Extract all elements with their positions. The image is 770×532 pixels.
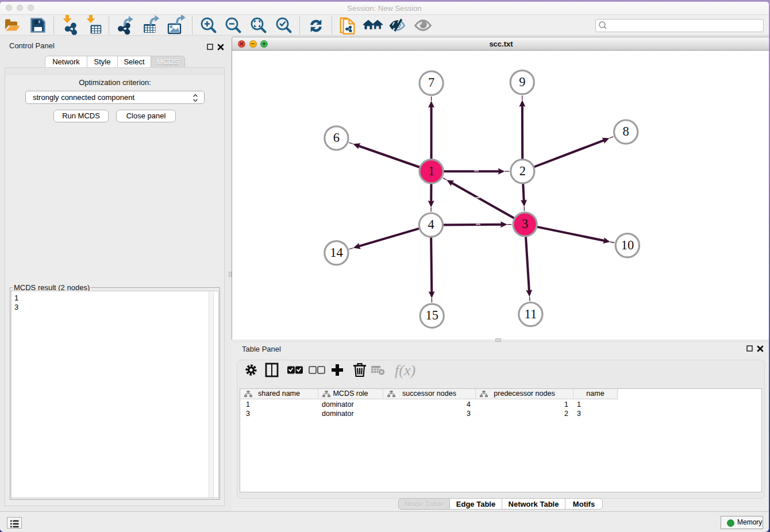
svg-text:4: 4 [428,217,434,232]
svg-text:6: 6 [333,130,340,145]
svg-text:14: 14 [330,245,343,260]
svg-text:1: 1 [428,164,434,178]
svg-text:3: 3 [522,217,528,231]
svg-text:7: 7 [428,75,434,90]
svg-text:11: 11 [525,307,537,321]
svg-text:9: 9 [519,75,525,89]
svg-text:f(x): f(x) [395,362,415,379]
svg-text:15: 15 [425,308,438,322]
svg-text:8: 8 [623,124,629,138]
svg-text:10: 10 [621,238,634,252]
svg-text:2: 2 [519,164,526,178]
